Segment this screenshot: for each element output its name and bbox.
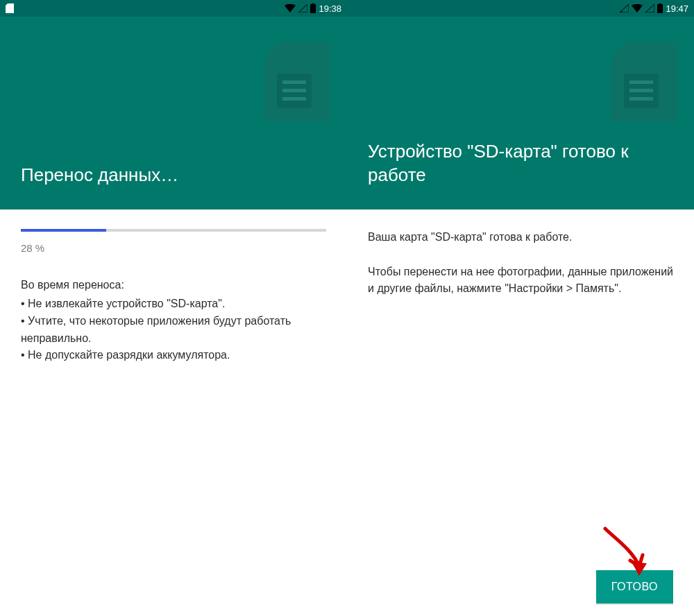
svg-rect-7 <box>659 3 661 5</box>
battery-icon <box>657 3 663 13</box>
bullet-item: • Не допускайте разрядки аккумулятора. <box>21 347 326 364</box>
status-time: 19:47 <box>666 3 688 14</box>
signal-icon <box>298 4 307 12</box>
svg-rect-9 <box>629 80 653 84</box>
header: Перенос данных… <box>0 17 347 209</box>
svg-rect-3 <box>282 80 306 84</box>
svg-rect-0 <box>310 4 316 13</box>
instructions-intro: Во время переноса: <box>21 277 326 294</box>
svg-rect-1 <box>312 3 314 5</box>
sdcard-illustration-icon <box>264 42 330 124</box>
screen-ready: 19:47 Устройство "SD-карта" готово к раб… <box>347 0 694 616</box>
page-title: Устройство "SD-карта" готово к работе <box>368 140 673 187</box>
ready-line2: Чтобы перенести на нее фотографии, данны… <box>368 264 673 298</box>
svg-rect-11 <box>629 97 653 101</box>
sdcard-status-icon <box>6 3 14 13</box>
screen-transfer: 19:38 Перенос данных… 28 % Во время пере… <box>0 0 347 616</box>
signal-weak-icon <box>620 4 629 12</box>
svg-rect-4 <box>282 89 306 92</box>
wifi-icon <box>632 4 643 12</box>
done-button[interactable]: ГОТОВО <box>596 570 673 604</box>
signal-icon <box>645 4 654 12</box>
progress-fill <box>21 229 106 232</box>
bullet-item: • Не извлекайте устройство "SD-карта". <box>21 296 326 313</box>
bullet-item: • Учтите, что некоторые приложения будут… <box>21 313 326 348</box>
content-area: Ваша карта "SD-карта" готова к работе. Ч… <box>347 209 694 616</box>
ready-text: Ваша карта "SD-карта" готова к работе. Ч… <box>368 229 673 298</box>
wifi-icon <box>285 4 296 12</box>
status-bar: 19:47 <box>347 0 694 17</box>
ready-line1: Ваша карта "SD-карта" готова к работе. <box>368 229 673 246</box>
svg-rect-6 <box>657 4 663 13</box>
progress-bar <box>21 229 326 232</box>
transfer-instructions: Во время переноса: • Не извлекайте устро… <box>21 277 326 364</box>
progress-percent-label: 28 % <box>21 240 326 256</box>
sdcard-illustration-icon <box>611 42 677 124</box>
content-area: 28 % Во время переноса: • Не извлекайте … <box>0 209 347 616</box>
svg-rect-5 <box>282 97 306 101</box>
status-time: 19:38 <box>319 3 341 14</box>
status-bar: 19:38 <box>0 0 347 17</box>
battery-icon <box>310 3 316 13</box>
svg-rect-10 <box>629 89 653 92</box>
page-title: Перенос данных… <box>21 164 178 187</box>
header: Устройство "SD-карта" готово к работе <box>347 17 694 209</box>
